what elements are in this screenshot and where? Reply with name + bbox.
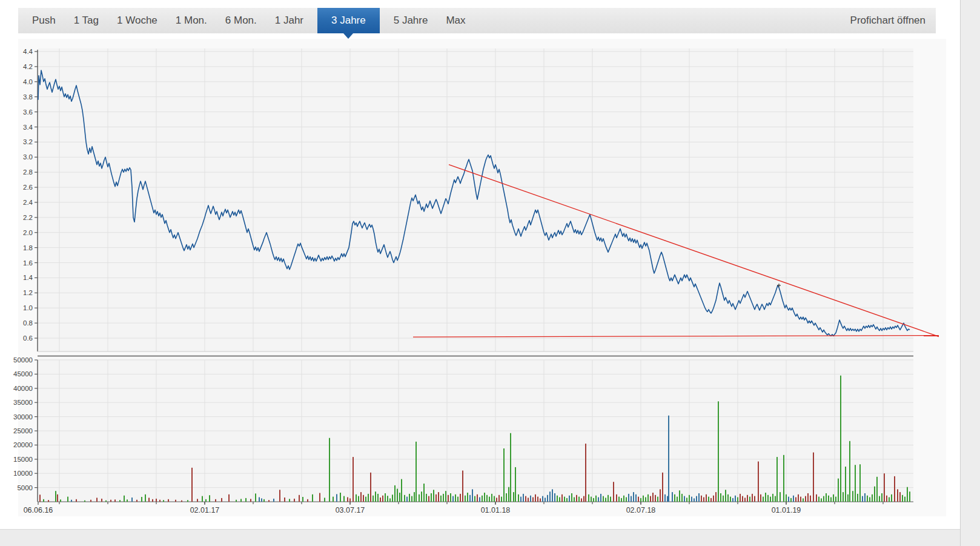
tab-5-jahre[interactable]: 5 Jahre — [394, 8, 428, 33]
tab-3-jahre[interactable]: 3 Jahre — [317, 8, 380, 33]
volume-axis-label: 20000 — [13, 441, 33, 448]
price-axis-label: 3.2 — [23, 138, 33, 145]
price-axis-label: 1.6 — [23, 259, 33, 267]
profichart-open-link[interactable]: Profichart öffnen — [850, 8, 925, 33]
price-axis-label: 1.8 — [23, 244, 33, 251]
price-axis-label: 2.4 — [23, 199, 33, 206]
date-axis-label: 02.07.18 — [626, 506, 656, 514]
date-axis-label: 02.01.17 — [190, 506, 220, 514]
price-axis-label: 4.4 — [23, 48, 33, 55]
date-axis-label: 01.01.18 — [481, 506, 511, 514]
price-axis-label: 3.8 — [23, 93, 33, 101]
time-range-tabs: Push1 Tag1 Woche1 Mon.6 Mon.1 Jahr3 Jahr… — [18, 8, 475, 33]
price-axis-label: 1.0 — [23, 304, 33, 311]
chart-toolbar: Push1 Tag1 Woche1 Mon.6 Mon.1 Jahr3 Jahr… — [18, 8, 936, 33]
volume-axis-label: 40000 — [13, 385, 33, 392]
date-axis-label: 06.06.16 — [24, 506, 53, 514]
date-axis-label: 03.07.17 — [336, 506, 365, 514]
price-axis-label: 0.8 — [23, 319, 33, 327]
tab-1-woche[interactable]: 1 Woche — [117, 8, 157, 33]
price-axis-label: 1.2 — [23, 289, 33, 296]
volume-plot-bg — [38, 359, 913, 502]
volume-axis-label: 15000 — [13, 456, 33, 463]
page: { "toolbar": { "tabs": [ {"label":"Push"… — [0, 0, 980, 546]
price-axis-label: 3.6 — [23, 108, 33, 116]
tab-max[interactable]: Max — [446, 8, 465, 33]
tab-push[interactable]: Push — [32, 8, 56, 33]
price-axis-label: 2.2 — [23, 214, 33, 221]
volume-axis-label: 5000 — [17, 484, 33, 491]
price-axis-label: 2.0 — [23, 229, 33, 236]
price-axis-label: 2.8 — [23, 168, 33, 176]
stock-chart: 4.44.24.03.83.63.43.23.02.82.62.42.22.01… — [0, 0, 980, 546]
date-axis-label: 01.01.19 — [772, 506, 801, 514]
price-axis-label: 3.0 — [23, 153, 33, 161]
price-axis-label: 4.2 — [23, 63, 33, 70]
price-axis-label: 2.6 — [23, 184, 33, 191]
price-axis-label: 3.4 — [23, 124, 33, 131]
tab-1-jahr[interactable]: 1 Jahr — [275, 8, 303, 33]
volume-axis-label: 10000 — [13, 470, 33, 477]
price-axis-label: 0.6 — [23, 335, 33, 342]
price-axis-label: 4.0 — [23, 78, 33, 85]
volume-axis-label: 35000 — [13, 399, 33, 406]
volume-axis-label: 50000 — [13, 356, 33, 364]
volume-axis-label: 25000 — [13, 427, 33, 434]
price-axis-label: 1.4 — [23, 274, 33, 281]
volume-axis-label: 30000 — [13, 413, 33, 421]
tab-1-mon-[interactable]: 1 Mon. — [176, 8, 207, 33]
volume-axis-label: 45000 — [13, 370, 33, 378]
tab-1-tag[interactable]: 1 Tag — [74, 8, 99, 33]
price-plot-bg — [38, 48, 913, 351]
tab-6-mon-[interactable]: 6 Mon. — [225, 8, 257, 33]
